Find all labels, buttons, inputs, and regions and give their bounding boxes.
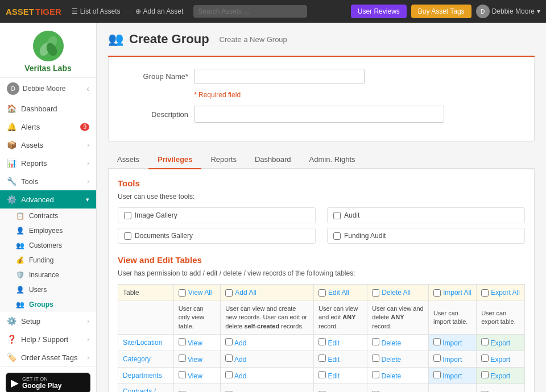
row-add-checkbox[interactable] <box>225 355 233 362</box>
sidebar-item-contracts[interactable]: 📋 Contracts <box>0 208 96 223</box>
row-delete-checkbox[interactable] <box>372 371 379 378</box>
tool-documents-gallery-checkbox[interactable] <box>124 232 131 240</box>
row-delete: Delete <box>367 368 429 384</box>
delete-all-link[interactable]: Delete All <box>382 289 411 297</box>
logo-asset: ASSET <box>6 7 34 16</box>
export-all-link[interactable]: Export All <box>491 289 520 297</box>
tools-grid: Image Gallery Documents Gallery Audit Fu… <box>118 207 525 244</box>
sidebar-item-advanced[interactable]: ⚙️ Advanced ▾ <box>0 190 96 208</box>
alerts-label: Alerts <box>21 123 40 131</box>
row-edit-checkbox[interactable] <box>318 355 326 362</box>
table-row: Contracts / Licenses View Add Edit Delet… <box>118 384 525 392</box>
row-edit-checkbox[interactable] <box>318 338 326 345</box>
company-name: Veritas Labs <box>24 64 72 73</box>
search-input[interactable] <box>193 5 307 18</box>
tab-reports[interactable]: Reports <box>201 151 246 169</box>
tool-image-gallery[interactable]: Image Gallery <box>118 207 316 223</box>
row-export-checkbox[interactable] <box>481 355 489 362</box>
users-label: Users <box>29 286 47 294</box>
sidebar-item-groups[interactable]: 👥 Groups <box>0 297 96 312</box>
tool-audit-checkbox[interactable] <box>333 212 341 219</box>
sidebar-item-help[interactable]: ❓ Help / Support › <box>0 330 96 348</box>
sidebar-item-dashboard[interactable]: 🏠 Dashboard <box>0 99 96 118</box>
tools-label: Tools <box>21 177 38 186</box>
delete-all-checkbox[interactable] <box>372 289 379 297</box>
add-all-checkbox[interactable] <box>225 289 233 297</box>
sidebar-item-users[interactable]: 👤 Users <box>0 282 96 297</box>
user-reviews-button[interactable]: User Reviews <box>351 5 407 18</box>
row-view-checkbox[interactable] <box>179 338 186 345</box>
customers-icon: 👥 <box>16 241 24 249</box>
google-play-text: GET IT ON Google Play <box>22 376 61 390</box>
desc-view: User can only view table. <box>173 301 221 335</box>
user-menu[interactable]: D Debbie Moore ▾ <box>476 5 540 18</box>
tool-documents-gallery[interactable]: Documents Gallery <box>118 228 316 244</box>
reports-chevron-icon: › <box>87 160 89 166</box>
row-import-checkbox[interactable] <box>433 371 441 378</box>
list-assets-label: List of Assets <box>80 7 121 15</box>
row-name: Contracts / Licenses <box>118 384 174 392</box>
sidebar-item-reports[interactable]: 📊 Reports › <box>0 154 96 172</box>
tool-audit[interactable]: Audit <box>327 207 525 223</box>
delete-all-header: Delete All <box>372 289 424 297</box>
tab-assets[interactable]: Assets <box>108 151 148 169</box>
sidebar-item-funding[interactable]: 💰 Funding <box>0 253 96 268</box>
sidebar-item-alerts[interactable]: 🔔 Alerts 9 <box>0 118 96 136</box>
row-edit: Edit <box>314 351 367 368</box>
buy-tags-button[interactable]: Buy Asset Tags <box>411 5 471 18</box>
tool-image-gallery-checkbox[interactable] <box>124 212 131 219</box>
tools-section-title: Tools <box>118 178 525 188</box>
tab-admin-rights[interactable]: Admin. Rights <box>300 151 365 169</box>
edit-all-checkbox[interactable] <box>318 289 326 297</box>
import-all-checkbox[interactable] <box>433 289 441 297</box>
add-asset-nav[interactable]: ⊕ Add an Asset <box>131 5 188 18</box>
row-view: View <box>173 335 221 351</box>
row-add-checkbox[interactable] <box>225 371 233 378</box>
row-export-checkbox[interactable] <box>481 371 489 378</box>
sidebar-collapse-icon[interactable]: ‹ <box>86 84 89 93</box>
row-import-checkbox[interactable] <box>433 355 441 362</box>
import-all-link[interactable]: Import All <box>443 289 471 297</box>
tab-dashboard[interactable]: Dashboard <box>246 151 300 169</box>
tool-documents-gallery-label: Documents Gallery <box>135 232 193 240</box>
add-all-link[interactable]: Add All <box>235 289 256 297</box>
row-view-checkbox[interactable] <box>179 371 186 378</box>
row-delete-checkbox[interactable] <box>372 338 379 345</box>
row-edit-checkbox[interactable] <box>318 371 326 378</box>
tools-chevron-icon: › <box>87 178 89 185</box>
list-assets-nav[interactable]: ☰ List of Assets <box>67 5 125 18</box>
contracts-icon: 📋 <box>16 212 24 220</box>
group-name-input[interactable] <box>194 69 365 84</box>
tool-funding-audit-checkbox[interactable] <box>333 232 341 240</box>
sidebar-item-setup[interactable]: ⚙️ Setup › <box>0 312 96 330</box>
row-import-checkbox[interactable] <box>433 338 441 345</box>
sidebar-item-insurance[interactable]: 🛡️ Insurance <box>0 268 96 282</box>
row-export-checkbox[interactable] <box>481 338 489 345</box>
row-add-checkbox[interactable] <box>225 338 233 345</box>
sidebar-item-order-tags[interactable]: 🏷️ Order Asset Tags › <box>0 348 96 366</box>
order-tags-label: Order Asset Tags <box>21 353 77 362</box>
edit-all-header: Edit All <box>318 289 362 297</box>
description-input[interactable] <box>194 106 444 123</box>
description-row: Description <box>120 106 523 123</box>
google-play-button[interactable]: ▶ GET IT ON Google Play <box>6 373 90 392</box>
row-view: View <box>173 351 221 368</box>
sidebar-item-customers[interactable]: 👥 Customers <box>0 238 96 253</box>
tab-privileges[interactable]: Privileges <box>148 151 201 169</box>
sidebar-item-assets[interactable]: 📦 Assets › <box>0 136 96 154</box>
tabs: Assets Privileges Reports Dashboard Admi… <box>108 151 535 169</box>
export-all-checkbox[interactable] <box>481 289 489 297</box>
tool-funding-audit[interactable]: Funding Audit <box>327 228 525 244</box>
sidebar-avatar: D <box>7 82 19 95</box>
row-view-checkbox[interactable] <box>179 355 186 362</box>
view-all-checkbox[interactable] <box>179 289 186 297</box>
funding-icon: 💰 <box>16 256 24 264</box>
row-delete-checkbox[interactable] <box>372 355 379 362</box>
edit-all-link[interactable]: Edit All <box>328 289 349 297</box>
sidebar-item-employees[interactable]: 👤 Employees <box>0 223 96 238</box>
assets-label: Assets <box>21 141 43 149</box>
table-row: Category View Add Edit Delete Import Exp… <box>118 351 525 368</box>
sidebar-user: D Debbie Moore ‹ <box>0 78 96 99</box>
sidebar-item-tools[interactable]: 🔧 Tools › <box>0 172 96 190</box>
view-all-link[interactable]: View All <box>188 289 212 297</box>
